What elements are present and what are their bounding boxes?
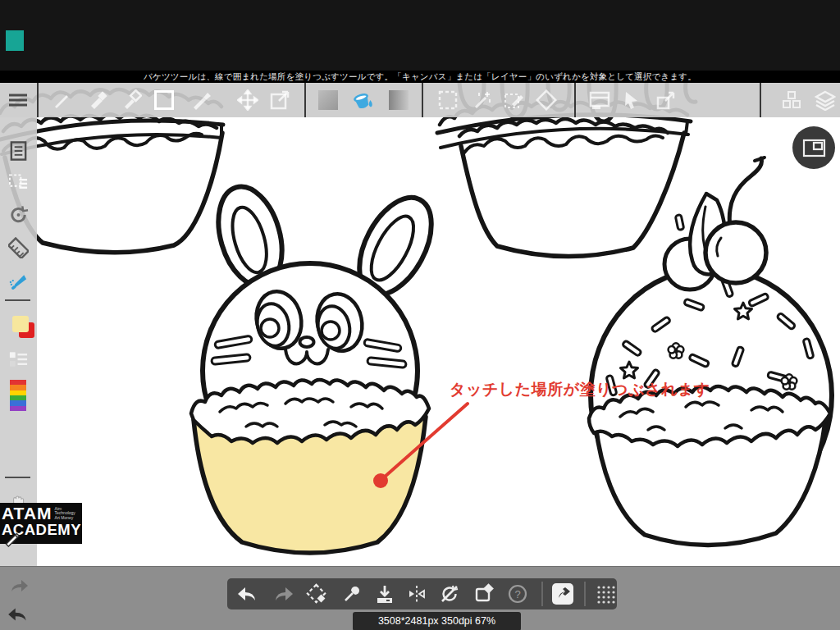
undo-icon[interactable]: [237, 583, 258, 605]
transform-selection-icon[interactable]: [306, 583, 327, 605]
export-canvas-icon[interactable]: [269, 89, 290, 111]
svg-text:?: ?: [514, 588, 520, 600]
panel-layout-icon[interactable]: [589, 89, 610, 111]
move-tool-icon[interactable]: [237, 89, 258, 111]
select-list-icon[interactable]: [8, 171, 29, 193]
color-square-icon[interactable]: [317, 89, 339, 111]
cubes-3d-icon[interactable]: [781, 89, 802, 111]
reference-window-button[interactable]: [792, 126, 835, 169]
save-download-icon[interactable]: [374, 583, 395, 605]
menu-icon[interactable]: [7, 89, 29, 111]
eraser-tool-icon[interactable]: [121, 89, 142, 111]
annotation-text: タッチした場所が塗りつぶされます: [450, 379, 710, 400]
color-swatch[interactable]: [8, 314, 29, 336]
primary-color: [12, 316, 29, 332]
select-pen-icon[interactable]: [504, 89, 525, 111]
atam-academy-logo: ATAM Aim Technology Art Money ACADEMY: [0, 503, 82, 544]
rotate-reset-icon[interactable]: [8, 204, 29, 226]
notification-bar: バケツツールは、線で囲まれた場所を塗りつぶすツールです。「キャンバス」または「レ…: [0, 71, 840, 83]
left-sidebar: [0, 117, 37, 566]
clear-layer-icon[interactable]: [474, 583, 495, 605]
brush-tool-icon[interactable]: [190, 89, 212, 111]
selection-square-icon[interactable]: [153, 89, 175, 111]
ruler-icon[interactable]: [8, 237, 29, 258]
cupcake-line-art: [0, 83, 840, 566]
grid-dots-icon[interactable]: [595, 583, 616, 605]
logo-sub2: Art Money: [55, 516, 82, 521]
material-arrow-icon: [552, 583, 573, 605]
eyedropper-icon[interactable]: [340, 583, 362, 605]
layers-icon[interactable]: [815, 89, 836, 111]
top-toolbar: [0, 83, 840, 117]
paint-bucket-icon[interactable]: [353, 89, 374, 111]
marker-tool-icon[interactable]: [86, 89, 107, 111]
workspace-bottom: ? 3508*2481px 350dpi 67%: [0, 566, 840, 630]
gradient-square-icon[interactable]: [388, 89, 409, 111]
redo-small-icon[interactable]: [8, 575, 30, 596]
document-icon[interactable]: [8, 140, 29, 162]
teal-marker: [6, 30, 24, 51]
notification-text: バケツツールは、線で囲まれた場所を塗りつぶすツールです。「キャンバス」または「レ…: [144, 71, 696, 81]
pen-tool-icon[interactable]: [51, 89, 72, 111]
select-diamond-icon[interactable]: [536, 89, 557, 111]
transform-arrow-icon[interactable]: [655, 89, 677, 111]
redo-icon[interactable]: [272, 583, 294, 605]
airbrush-icon[interactable]: [8, 272, 29, 293]
top-black-bar: [0, 0, 840, 71]
bottom-toolbar: ?: [227, 578, 617, 609]
status-bar: 3508*2481px 350dpi 67%: [353, 612, 521, 630]
logo-line1: ATAM: [2, 505, 52, 522]
palette-list-icon[interactable]: [8, 349, 29, 370]
cursor-arrow-icon[interactable]: [621, 89, 642, 111]
rainbow-bar-icon[interactable]: [10, 380, 26, 411]
rotate-disabled-icon[interactable]: [439, 583, 460, 605]
canvas-size-text: 3508*2481px 350dpi 67%: [378, 615, 495, 627]
help-icon[interactable]: ?: [507, 583, 528, 605]
select-rect-icon[interactable]: [437, 89, 459, 111]
drawing-canvas[interactable]: タッチした場所が塗りつぶされます: [0, 83, 840, 566]
reference-window-icon: [792, 126, 835, 169]
edit-pen-icon[interactable]: [2, 527, 21, 547]
magic-wand-icon[interactable]: [471, 89, 492, 111]
undo-small-icon[interactable]: [7, 603, 30, 626]
material-button[interactable]: [552, 583, 573, 605]
flip-horizontal-icon[interactable]: [406, 583, 427, 605]
